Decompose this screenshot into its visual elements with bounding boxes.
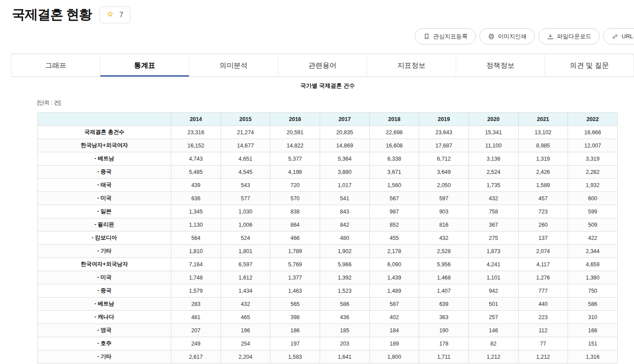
copy-url-button[interactable]: URL복사 xyxy=(603,28,634,44)
value-cell: 310 xyxy=(568,311,618,324)
value-cell: 5,377 xyxy=(270,152,320,165)
value-cell: 13,102 xyxy=(518,126,568,139)
value-cell: 196 xyxy=(221,324,270,337)
year-header: 2014 xyxy=(171,113,221,126)
value-cell: 16,666 xyxy=(568,126,618,139)
value-cell: 842 xyxy=(320,218,369,232)
year-header: 2021 xyxy=(518,113,568,126)
row-label: 한국남자+외국여자 xyxy=(38,139,171,152)
value-cell: 260 xyxy=(518,218,568,232)
tab-indicator-info[interactable]: 지표정보 xyxy=(367,54,456,77)
tab-statistics-table[interactable]: 통계표 xyxy=(100,54,189,77)
tab-opinions-questions[interactable]: 의견 및 질문 xyxy=(545,54,634,77)
print-image-button[interactable]: 이미지인쇄 xyxy=(479,28,535,44)
row-label: 한국여자+외국남자 xyxy=(38,258,171,271)
value-cell: 184 xyxy=(369,324,419,337)
tab-related-terms[interactable]: 관련용어 xyxy=(278,54,367,77)
value-cell: 501 xyxy=(468,298,518,311)
value-cell: 207 xyxy=(171,324,221,337)
value-cell: 1,345 xyxy=(171,205,221,218)
value-cell: 1,810 xyxy=(171,245,221,258)
favorite-badge[interactable]: 7 xyxy=(100,7,130,23)
table-row: - 중국5,4854,5454,1983,8803,6713,6492,5242… xyxy=(38,165,618,179)
value-cell: 4,117 xyxy=(518,258,568,271)
table-row: - 캐나다481465398436402363257223310 xyxy=(38,311,618,324)
row-label: - 호주 xyxy=(38,337,171,350)
action-button-label: 관심지표등록 xyxy=(433,33,468,40)
value-cell: 1,392 xyxy=(320,271,369,284)
value-cell: 720 xyxy=(270,179,320,192)
corner-cell xyxy=(38,113,171,126)
value-cell: 146 xyxy=(468,324,518,337)
link-icon xyxy=(612,33,619,40)
value-cell: 600 xyxy=(568,192,618,205)
value-cell: 190 xyxy=(419,324,469,337)
register-interest-indicator-button[interactable]: 관심지표등록 xyxy=(415,28,476,44)
tab-policy-info[interactable]: 정책정보 xyxy=(456,54,545,77)
value-cell: 723 xyxy=(518,205,568,218)
row-label: - 영국 xyxy=(38,324,171,337)
value-cell: 16,152 xyxy=(171,139,221,152)
page-header: 국제결혼 현황 7 xyxy=(0,0,634,24)
value-cell: 564 xyxy=(171,232,221,245)
value-cell: 197 xyxy=(270,337,320,350)
value-cell: 457 xyxy=(518,192,568,205)
download-icon xyxy=(547,33,554,40)
value-cell: 2,617 xyxy=(171,350,221,364)
value-cell: 223 xyxy=(518,311,568,324)
year-header: 2015 xyxy=(221,113,270,126)
value-cell: 4,241 xyxy=(468,258,518,271)
row-label: - 베트남 xyxy=(38,152,171,165)
tab-graph[interactable]: 그래프 xyxy=(11,54,100,77)
value-cell: 636 xyxy=(171,192,221,205)
value-cell: 2,426 xyxy=(518,165,568,179)
file-download-button[interactable]: 파일다운로드 xyxy=(538,28,600,44)
value-cell: 137 xyxy=(518,232,568,245)
value-cell: 4,743 xyxy=(171,152,221,165)
value-cell: 1,276 xyxy=(518,271,568,284)
value-cell: 543 xyxy=(221,179,270,192)
value-cell: 436 xyxy=(320,311,369,324)
value-cell: 586 xyxy=(568,298,618,311)
value-cell: 1,212 xyxy=(468,350,518,364)
value-cell: 750 xyxy=(568,284,618,298)
value-cell: 1,612 xyxy=(221,271,270,284)
table-row: - 기타1,8101,8011,7891,9022,1782,5281,8732… xyxy=(38,245,618,258)
value-cell: 481 xyxy=(171,311,221,324)
value-cell: 77 xyxy=(518,337,568,350)
value-cell: 203 xyxy=(320,337,369,350)
statistics-table: 201420152016201720182019202020212022국제결혼… xyxy=(37,112,618,364)
table-row: - 호주2492541972031891788277151 xyxy=(38,337,618,350)
value-cell: 16,608 xyxy=(369,139,419,152)
value-cell: 17,687 xyxy=(419,139,469,152)
value-cell: 2,074 xyxy=(518,245,568,258)
value-cell: 6,597 xyxy=(221,258,270,271)
value-cell: 838 xyxy=(270,205,320,218)
value-cell: 15,341 xyxy=(468,126,518,139)
value-cell: 843 xyxy=(320,205,369,218)
value-cell: 987 xyxy=(369,205,419,218)
value-cell: 1,316 xyxy=(568,350,618,364)
tab-meaning-analysis[interactable]: 의미분석 xyxy=(189,54,278,77)
value-cell: 5,769 xyxy=(270,258,320,271)
value-cell: 1,101 xyxy=(468,271,518,284)
value-cell: 3,649 xyxy=(419,165,469,179)
value-cell: 5,485 xyxy=(171,165,221,179)
value-cell: 587 xyxy=(369,298,419,311)
value-cell: 942 xyxy=(468,284,518,298)
value-cell: 541 xyxy=(320,192,369,205)
content: 국가별 국제결혼 건수 [단위 : 건] 2014201520162017201… xyxy=(37,82,618,364)
value-cell: 398 xyxy=(270,311,320,324)
value-cell: 1,748 xyxy=(171,271,221,284)
favorite-count: 7 xyxy=(119,11,123,19)
value-cell: 8,985 xyxy=(518,139,568,152)
value-cell: 1,380 xyxy=(568,271,618,284)
row-label: - 일본 xyxy=(38,205,171,218)
value-cell: 1,801 xyxy=(221,245,270,258)
table-header-row: 201420152016201720182019202020212022 xyxy=(38,113,618,126)
star-icon xyxy=(107,11,115,19)
value-cell: 257 xyxy=(468,311,518,324)
value-cell: 1,735 xyxy=(468,179,518,192)
tab-bar: 그래프통계표의미분석관련용어지표정보정책정보의견 및 질문 xyxy=(11,54,634,77)
value-cell: 4,651 xyxy=(221,152,270,165)
